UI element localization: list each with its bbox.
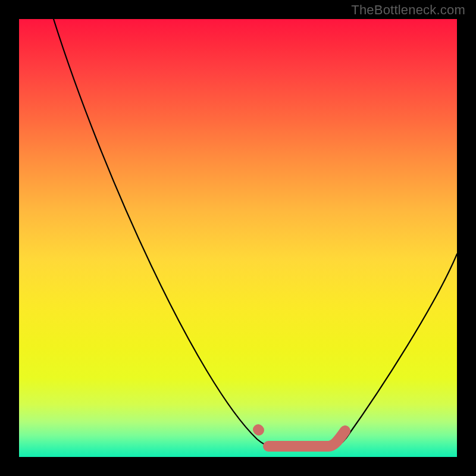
curve-layer: [19, 19, 457, 457]
watermark-text: TheBottleneck.com: [351, 2, 465, 18]
plot-area: [19, 19, 457, 457]
chart-stage: TheBottleneck.com: [0, 0, 476, 476]
bottleneck-curve-line: [54, 19, 457, 446]
highlight-segment: [258, 430, 345, 446]
